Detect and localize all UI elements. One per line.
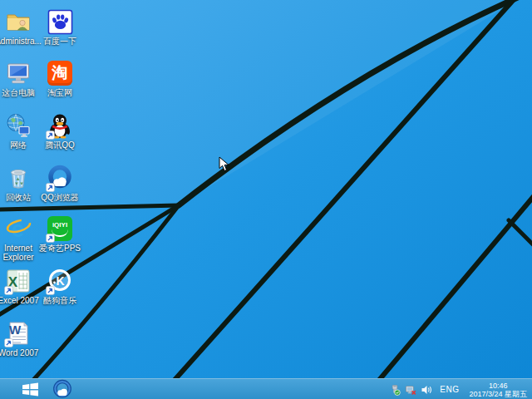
desktop-icon-label: 百度一下 xyxy=(43,37,76,46)
windows-logo-icon xyxy=(22,382,39,397)
usb-safely-remove-icon[interactable] xyxy=(389,384,401,396)
taskbar-clock[interactable]: 10:46 2017/3/24 星期五 xyxy=(466,382,530,398)
desktop-icon-word[interactable]: W Word 2007 xyxy=(0,319,43,357)
word-w-glyph: W xyxy=(9,323,22,337)
desktop-icon-kugou[interactable]: K 酷狗音乐 xyxy=(35,267,85,305)
desktop-icon-label: 酷狗音乐 xyxy=(43,296,76,305)
desktop-icon-label: 腾讯QQ xyxy=(45,140,75,150)
start-button[interactable] xyxy=(12,379,48,399)
qq-browser-icon xyxy=(52,379,72,399)
desktop-icon-label: Excel 2007 xyxy=(0,296,39,305)
iqiyi-icon: iQIYI xyxy=(46,214,74,243)
desktop-icon-qq[interactable]: 腾讯QQ xyxy=(35,111,85,150)
ie-e-glyph: e xyxy=(11,215,23,241)
shortcut-arrow-icon xyxy=(4,338,13,347)
desktop-icon-baidu[interactable]: 百度一下 xyxy=(35,7,85,46)
taobao-icon: 淘 xyxy=(46,59,74,87)
volume-icon[interactable] xyxy=(421,384,432,396)
language-indicator[interactable]: ENG xyxy=(436,385,462,394)
shortcut-arrow-icon xyxy=(46,286,55,295)
network-disconnected-icon[interactable] xyxy=(405,384,416,396)
taobao-glyph: 淘 xyxy=(52,62,68,84)
desktop-icon-label: 网络 xyxy=(10,140,27,150)
desktop-icon-iqiyi[interactable]: iQIYI 爱奇艺PPS xyxy=(35,214,85,253)
desktop-icon-label: Word 2007 xyxy=(0,348,38,357)
desktop-icon-label: 这台电脑 xyxy=(2,88,35,97)
ie-icon: e xyxy=(4,214,32,243)
taskbar-qq-browser-button[interactable] xyxy=(48,379,76,399)
shortcut-arrow-icon xyxy=(4,286,13,295)
qq-penguin-icon xyxy=(46,111,74,140)
computer-icon xyxy=(4,59,32,87)
qq-browser-icon xyxy=(46,164,74,192)
system-tray: ENG 10:46 2017/3/24 星期五 xyxy=(389,379,530,399)
desktop-icon-label: 爱奇艺PPS xyxy=(39,244,81,253)
taskbar: ENG 10:46 2017/3/24 星期五 xyxy=(0,378,532,399)
recycle-bin-icon xyxy=(4,164,32,192)
desktop: Administra... 百度一下 这台电脑 xyxy=(0,0,532,399)
desktop-icon-taobao[interactable]: 淘 淘宝网 xyxy=(35,59,85,97)
clock-date: 2017/3/24 星期五 xyxy=(469,390,527,398)
excel-icon: X xyxy=(4,267,32,295)
iqiyi-wordmark: iQIYI xyxy=(52,221,67,229)
kugou-k-glyph: K xyxy=(56,274,64,288)
network-globe-icon xyxy=(4,111,32,140)
user-folder-icon xyxy=(4,7,32,36)
shortcut-arrow-icon xyxy=(46,131,55,140)
baidu-paw-icon xyxy=(46,7,74,36)
shortcut-arrow-icon xyxy=(46,234,55,243)
clock-time: 10:46 xyxy=(469,382,527,390)
desktop-icon-label: 回收站 xyxy=(6,193,31,202)
kugou-icon: K xyxy=(46,267,74,295)
shortcut-arrow-icon xyxy=(46,183,55,192)
desktop-icon-label: QQ浏览器 xyxy=(41,193,79,202)
word-icon: W xyxy=(4,319,32,347)
desktop-icon-qq-browser[interactable]: QQ浏览器 xyxy=(35,164,85,202)
desktop-icon-label: 淘宝网 xyxy=(47,88,72,97)
